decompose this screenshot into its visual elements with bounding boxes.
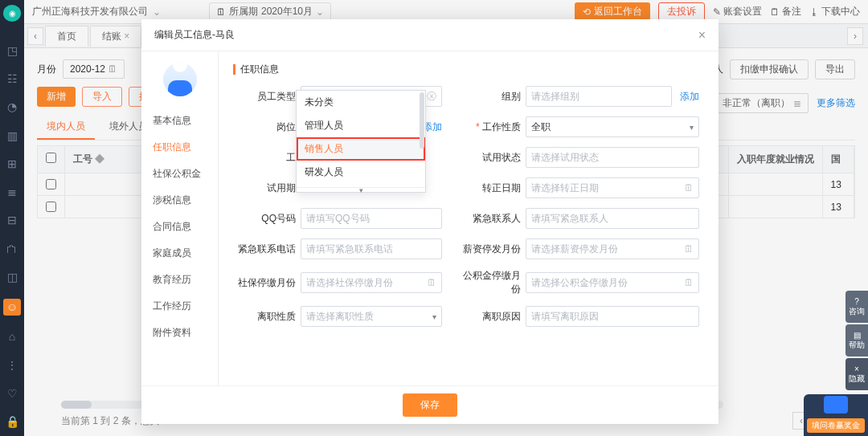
leave-type-select[interactable]: 请选择离职性质▾	[301, 306, 442, 327]
field-salary-stop-month: 薪资停发月份 请选择薪资停发月份🗓	[458, 238, 699, 259]
sidenav-family[interactable]: 家庭成员	[141, 240, 218, 267]
work-nature-select[interactable]: 全职▾	[526, 116, 699, 137]
field-emergency-contact: 紧急联系人 请填写紧急联系人	[458, 208, 699, 229]
dropdown-option-selected[interactable]: 销售人员	[297, 137, 425, 161]
calendar-icon: 🗓	[684, 182, 694, 194]
side-float-panel: ?咨询 ▤帮助 ×隐藏	[845, 291, 868, 390]
promo-banner[interactable]: 填问卷赢奖金	[804, 394, 868, 436]
field-qq: QQ号码 请填写QQ号码	[233, 208, 442, 229]
group-select[interactable]: 请选择组别	[526, 86, 672, 107]
sidenav-basic[interactable]: 基本信息	[141, 108, 218, 134]
qq-input[interactable]: 请填写QQ号码	[301, 208, 442, 229]
doc-icon: ▤	[854, 331, 861, 340]
field-regular-date: 转正日期 请选择转正日期🗓	[458, 177, 699, 198]
field-leave-reason: 离职原因 请填写离职原因	[458, 306, 699, 327]
sidenav-work[interactable]: 工作经历	[141, 293, 218, 320]
emergency-phone-input[interactable]: 请填写紧急联系电话	[301, 238, 442, 259]
salary-stop-month-picker[interactable]: 请选择薪资停发月份🗓	[526, 238, 699, 259]
dropdown-option[interactable]: 管理人员	[297, 114, 425, 137]
calendar-icon: 🗓	[427, 277, 436, 288]
sidenav-contract[interactable]: 合同信息	[141, 214, 218, 240]
dropdown-more-indicator[interactable]: ▾	[297, 187, 425, 192]
modal-side-nav: 基本信息 任职信息 社保公积金 涉税信息 合同信息 家庭成员 教育经历 工作经历…	[141, 51, 219, 385]
chevron-down-icon: ▾	[690, 123, 694, 132]
close-icon: ×	[854, 365, 859, 373]
sidenav-education[interactable]: 教育经历	[141, 267, 218, 293]
save-button[interactable]: 保存	[403, 393, 457, 417]
field-emergency-phone: 紧急联系电话 请填写紧急联系电话	[233, 238, 442, 259]
emp-type-dropdown: 未分类 管理人员 销售人员 研发人员 车间人员 临时员工 ▾	[296, 90, 426, 193]
field-pf-stop-month: 公积金停缴月份 请选择公积金停缴月份🗓	[458, 269, 699, 296]
regular-date-picker[interactable]: 请选择转正日期🗓	[526, 177, 699, 198]
si-stop-month-picker[interactable]: 请选择社保停缴月份🗓	[301, 272, 442, 293]
modal-header: 编辑员工信息-马良 ×	[141, 19, 719, 51]
field-leave-type: 离职性质 请选择离职性质▾	[233, 306, 442, 327]
modal-footer: 保存	[141, 385, 719, 424]
field-work-nature: 工作性质 全职▾	[458, 116, 699, 137]
group-add-link[interactable]: 添加	[680, 90, 699, 104]
calendar-icon: 🗓	[684, 243, 694, 255]
leave-reason-input[interactable]: 请填写离职原因	[526, 306, 699, 327]
edit-employee-modal: 编辑员工信息-马良 × 基本信息 任职信息 社保公积金 涉税信息 合同信息 家庭…	[141, 19, 719, 424]
modal-close-button[interactable]: ×	[698, 28, 706, 43]
promo-card-icon	[824, 396, 848, 414]
dropdown-scrollbar[interactable]	[420, 92, 424, 149]
dropdown-option[interactable]: 未分类	[297, 91, 425, 114]
field-probation-status: 试用状态 请选择试用状态	[458, 147, 699, 168]
modal-title: 编辑员工信息-马良	[154, 28, 235, 42]
field-si-stop-month: 社保停缴月份 请选择社保停缴月份🗓	[233, 269, 442, 296]
sidenav-tax[interactable]: 涉税信息	[141, 187, 218, 214]
calendar-icon: 🗓	[684, 277, 694, 288]
emergency-contact-input[interactable]: 请填写紧急联系人	[526, 208, 699, 229]
chevron-down-icon: ▾	[432, 312, 436, 321]
float-consult[interactable]: ?咨询	[845, 291, 868, 323]
promo-text: 填问卷赢奖金	[807, 418, 865, 433]
clear-icon[interactable]: ⓧ	[427, 90, 436, 104]
avatar	[163, 63, 197, 96]
sidenav-position[interactable]: 任职信息	[141, 134, 218, 161]
dropdown-option[interactable]: 车间人员	[297, 184, 425, 187]
field-group: 组别 请选择组别 添加	[458, 86, 699, 107]
probation-status-select[interactable]: 请选择试用状态	[526, 147, 699, 168]
modal-form: 任职信息 员工类型 销售人员ⓧ 组别 请选择组别 添加 岗位 添加	[219, 51, 719, 385]
dropdown-option[interactable]: 研发人员	[297, 161, 425, 184]
sidenav-si-pf[interactable]: 社保公积金	[141, 161, 218, 187]
float-help[interactable]: ▤帮助	[845, 324, 868, 357]
sidenav-attachment[interactable]: 附件资料	[141, 320, 218, 346]
float-hide[interactable]: ×隐藏	[845, 358, 868, 390]
pf-stop-month-picker[interactable]: 请选择公积金停缴月份🗓	[526, 272, 699, 293]
question-icon: ?	[854, 297, 859, 306]
section-header: 任职信息	[233, 63, 704, 76]
